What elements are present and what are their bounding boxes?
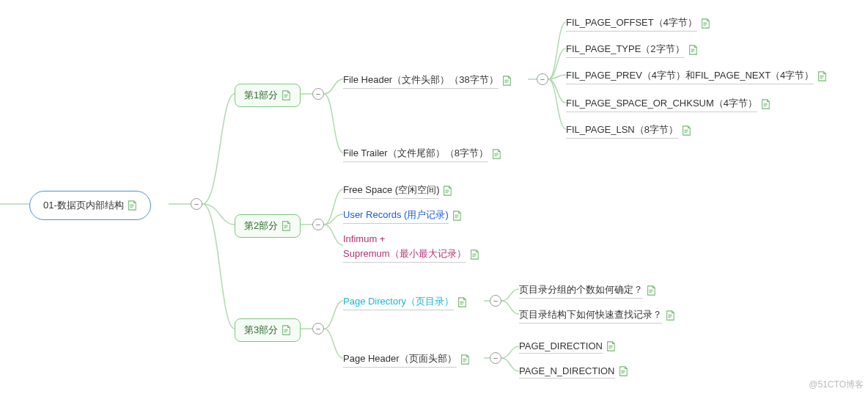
collapse-toggle-s1[interactable]: − [312, 88, 324, 100]
note-icon [606, 341, 616, 351]
note-icon [501, 76, 512, 86]
fh-child-1[interactable]: FIL_PAGE_TYPE（2字节） [566, 41, 698, 58]
note-icon [491, 149, 501, 159]
ph-child-0[interactable]: PAGE_DIRECTION [519, 339, 616, 354]
infimum-node[interactable]: Infimum + Supremum（最小最大记录） [343, 232, 479, 263]
section-1-label: 第1部分 [244, 89, 278, 102]
note-icon [700, 18, 710, 29]
note-icon [618, 366, 628, 376]
note-icon [760, 99, 770, 109]
note-icon [646, 285, 656, 296]
file-trailer-label: File Trailer（文件尾部）（8字节） [343, 145, 488, 162]
fh-child-4[interactable]: FIL_PAGE_LSN（8字节） [566, 122, 691, 139]
section-2[interactable]: 第2部分 [235, 214, 301, 238]
note-icon [281, 221, 291, 231]
fh-child-3[interactable]: FIL_PAGE_SPACE_OR_CHKSUM（4字节） [566, 95, 770, 112]
page-directory-node[interactable]: Page Directory（页目录） [343, 293, 467, 310]
pd-child-0[interactable]: 页目录分组的个数如何确定？ [519, 282, 656, 299]
collapse-toggle-s2[interactable]: − [312, 219, 324, 230]
note-icon [442, 186, 452, 196]
collapse-toggle-fh[interactable]: − [537, 73, 548, 85]
note-icon [681, 125, 691, 136]
file-header-node[interactable]: File Header（文件头部）（38字节） [343, 72, 512, 89]
note-icon [127, 200, 137, 211]
note-icon [460, 354, 470, 365]
collapse-toggle-pd[interactable]: − [490, 295, 501, 307]
file-trailer-node[interactable]: File Trailer（文件尾部）（8字节） [343, 145, 501, 162]
section-2-label: 第2部分 [244, 219, 278, 233]
note-icon [281, 325, 291, 335]
fh-child-2[interactable]: FIL_PAGE_PREV（4字节）和FIL_PAGE_NEXT（4字节） [566, 68, 827, 84]
page-header-node[interactable]: Page Header（页面头部） [343, 351, 470, 368]
section-3[interactable]: 第3部分 [235, 318, 301, 342]
note-icon [452, 211, 462, 221]
note-icon [688, 45, 698, 55]
note-icon [281, 90, 291, 101]
note-icon [469, 249, 479, 260]
section-1[interactable]: 第1部分 [235, 84, 301, 107]
collapse-toggle-ph[interactable]: − [490, 352, 501, 364]
section-3-label: 第3部分 [244, 324, 278, 337]
file-header-label: File Header（文件头部）（38字节） [343, 72, 499, 89]
fh-child-0[interactable]: FIL_PAGE_OFFSET（4字节） [566, 15, 710, 32]
ph-child-1[interactable]: PAGE_N_DIRECTION [519, 364, 628, 379]
root-label: 01-数据页内部结构 [43, 199, 124, 212]
free-space-node[interactable]: Free Space (空闲空间) [343, 182, 452, 199]
root-node[interactable]: 01-数据页内部结构 [29, 191, 151, 220]
watermark: @51CTO博客 [809, 379, 864, 391]
collapse-toggle-root[interactable]: − [191, 198, 202, 210]
note-icon [665, 310, 675, 321]
note-icon [817, 71, 827, 81]
note-icon [457, 297, 467, 307]
collapse-toggle-s3[interactable]: − [312, 323, 324, 335]
user-records-node[interactable]: User Records (用户记录) [343, 207, 462, 224]
pd-child-1[interactable]: 页目录结构下如何快速查找记录？ [519, 307, 675, 324]
